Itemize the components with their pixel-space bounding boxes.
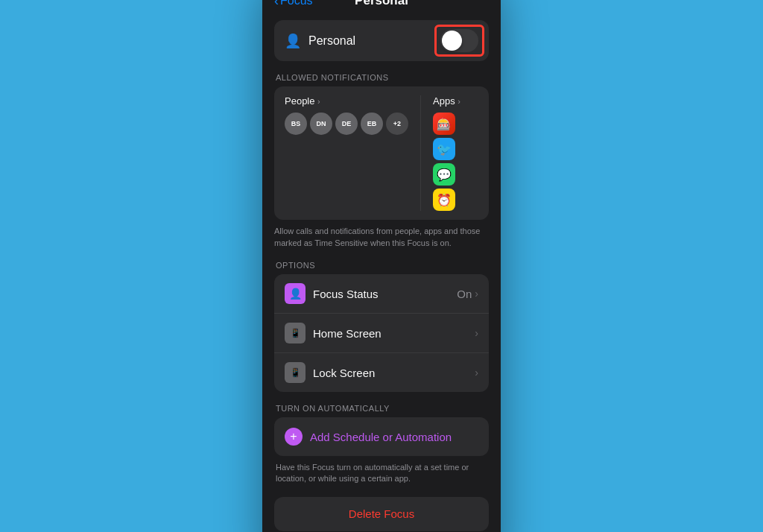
toggle-knob	[442, 31, 462, 51]
lock-screen-label: Lock Screen	[313, 367, 475, 379]
avatar-eb: EB	[361, 113, 383, 135]
notifications-card: People › BS DN DE EB +2 Apps ›	[274, 86, 489, 220]
lock-screen-chevron: ›	[475, 367, 478, 379]
app-icon-1: 🎰	[433, 113, 455, 135]
delete-focus-button[interactable]: Delete Focus	[274, 497, 489, 531]
avatar-dn: DN	[310, 113, 332, 135]
toggle-wrapper	[440, 29, 478, 52]
page-title: Personal	[355, 0, 408, 8]
apps-section[interactable]: Apps › 🎰 🐦 💬 ⏰	[433, 95, 478, 211]
divider	[420, 95, 421, 211]
app-icon-4: ⏰	[433, 189, 455, 211]
personal-row-left: 👤 Personal	[285, 33, 355, 49]
auto-description: Have this Focus turn on automatically at…	[274, 462, 489, 485]
focus-status-value: On	[457, 288, 472, 300]
apps-title: Apps ›	[433, 95, 478, 107]
delete-focus-label: Delete Focus	[349, 507, 414, 520]
personal-toggle-row: 👤 Personal	[274, 20, 489, 61]
home-screen-chevron: ›	[475, 327, 478, 339]
home-screen-icon: 📱	[285, 323, 305, 343]
allowed-notifications-label: ALLOWED NOTIFICATIONS	[274, 73, 489, 82]
turn-on-auto-label: TURN ON AUTOMATICALLY	[274, 404, 489, 413]
person-icon: 👤	[285, 33, 301, 49]
add-schedule-button[interactable]: + Add Schedule or Automation	[274, 417, 489, 456]
people-title: People ›	[285, 95, 408, 107]
people-section[interactable]: People › BS DN DE EB +2	[285, 95, 408, 211]
back-chevron-icon: ‹	[274, 0, 279, 9]
nav-bar: ‹ Focus Personal	[262, 0, 501, 14]
people-arrow: ›	[317, 97, 320, 106]
app-icons: 🎰 🐦 💬 ⏰	[433, 113, 478, 211]
personal-label: Personal	[308, 34, 355, 48]
back-button[interactable]: ‹ Focus	[274, 0, 313, 9]
lock-screen-icon: 📱	[285, 362, 305, 383]
phone-frame: 18:39 LTE ‹ Focus Personal 👤 P	[262, 0, 501, 532]
content-area: 👤 Personal ALLOWED NOTIFICATIONS People …	[262, 14, 501, 532]
focus-status-chevron: ›	[475, 288, 478, 300]
focus-toggle[interactable]	[440, 29, 478, 52]
app-icon-2: 🐦	[433, 138, 455, 160]
options-list: 👤 Focus Status On › 📱 Home Screen › 📱 Lo…	[274, 274, 489, 392]
home-screen-item[interactable]: 📱 Home Screen ›	[274, 314, 489, 353]
avatar-more: +2	[386, 113, 408, 135]
avatar-bs: BS	[285, 113, 307, 135]
avatar-de: DE	[335, 113, 358, 135]
app-icon-3: 💬	[433, 163, 455, 186]
lock-screen-item[interactable]: 📱 Lock Screen ›	[274, 353, 489, 392]
notif-description: Allow calls and notifications from peopl…	[274, 226, 489, 249]
back-label: Focus	[280, 0, 313, 7]
add-schedule-label: Add Schedule or Automation	[310, 431, 452, 443]
options-label: OPTIONS	[274, 261, 489, 270]
home-screen-label: Home Screen	[313, 327, 475, 340]
add-circle-icon: +	[285, 428, 303, 446]
focus-status-icon: 👤	[285, 283, 305, 304]
apps-arrow: ›	[458, 97, 460, 106]
focus-status-item[interactable]: 👤 Focus Status On ›	[274, 274, 489, 314]
focus-status-label: Focus Status	[313, 288, 457, 300]
people-avatars: BS DN DE EB +2	[285, 113, 408, 135]
